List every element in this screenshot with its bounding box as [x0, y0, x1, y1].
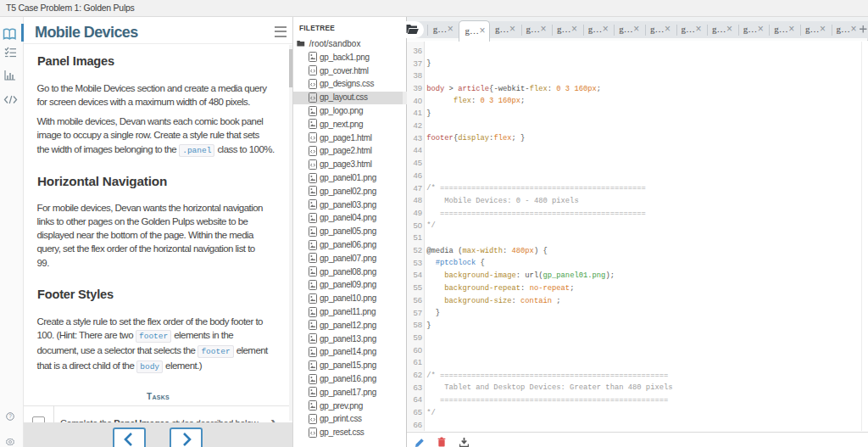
svg-text:?: ?: [8, 413, 12, 419]
